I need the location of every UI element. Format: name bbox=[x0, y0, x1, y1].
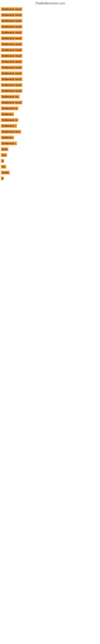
list-item: Bottleneck result bbox=[1, 72, 100, 76]
bottleneck-list: Bottleneck resultBottleneck resultBottle… bbox=[0, 6, 100, 182]
bottleneck-result-label: Bottleneck result bbox=[1, 19, 22, 23]
bottleneck-result-label: Bottleneck r bbox=[1, 124, 17, 128]
bottleneck-result-label: Bottleneck result bbox=[1, 66, 22, 70]
list-item: Bot bbox=[1, 153, 100, 158]
bottleneck-result-label: Bot bbox=[1, 153, 7, 157]
bottleneck-result-label: Bottleneck result bbox=[1, 13, 22, 17]
list-item: Bottleneck res bbox=[1, 95, 100, 100]
bottleneck-result-label: Bottleneck result bbox=[1, 60, 22, 64]
list-item: Bottleneck result bbox=[1, 48, 100, 53]
bottleneck-result-label: Bottleneck res bbox=[1, 95, 20, 98]
bottleneck-result-label: Bottleneck result bbox=[1, 54, 22, 58]
bottleneck-result-label: Bottleneck re bbox=[1, 118, 18, 122]
list-item: Bottleneck result bbox=[1, 25, 100, 30]
list-item: B bbox=[1, 176, 100, 181]
site-header: TheBottlenecker.com bbox=[0, 0, 100, 6]
bottleneck-result-label: Bottleneck result bbox=[1, 7, 22, 11]
list-item: Bottl bbox=[1, 147, 100, 152]
list-item: B bbox=[1, 159, 100, 164]
list-item: Bottleneck result bbox=[1, 89, 100, 94]
list-item: Bottleneck r bbox=[1, 124, 100, 128]
bottleneck-result-label: Bottleneck result bbox=[1, 72, 22, 75]
bottleneck-result-label: Bottleneck result bbox=[1, 30, 22, 34]
bottleneck-result-label: Bottleneck resu bbox=[1, 130, 21, 134]
list-item: Bottleneck r bbox=[1, 142, 100, 146]
list-item: Bottleneck result bbox=[1, 66, 100, 70]
bottleneck-result-label: Bo bbox=[1, 165, 6, 169]
bottleneck-result-label: Bottleneck result bbox=[1, 42, 22, 46]
list-item: Bottleneck result bbox=[1, 60, 100, 64]
bottleneck-result-label: Bottle bbox=[1, 171, 10, 174]
list-item: Bottleneck result bbox=[1, 54, 100, 58]
bottleneck-result-label: Bottl bbox=[1, 147, 8, 151]
bottleneck-result-label: B bbox=[1, 159, 4, 163]
list-item: Bottleneck resu bbox=[1, 130, 100, 134]
bottleneck-result-label: Bottleneck result bbox=[1, 100, 22, 104]
list-item: Bottleneck result bbox=[1, 42, 100, 47]
bottleneck-result-label: Bottleneck result bbox=[1, 77, 22, 81]
list-item: Bottleneck re bbox=[1, 118, 100, 123]
list-item: Bottleneck result bbox=[1, 13, 100, 18]
list-item: Bottle bbox=[1, 171, 100, 175]
list-item: Bottleneck result bbox=[1, 30, 100, 35]
bottleneck-result-label: B bbox=[1, 176, 3, 180]
bottleneck-result-label: Bottleneck re bbox=[1, 106, 18, 110]
list-item: Bottlenec bbox=[1, 112, 100, 117]
list-item: Bottleneck result bbox=[1, 83, 100, 88]
bottleneck-result-label: Bottlenec bbox=[1, 112, 14, 116]
list-item: Bottlenec bbox=[1, 136, 100, 140]
bottleneck-result-label: Bottleneck result bbox=[1, 83, 22, 87]
bottleneck-result-label: Bottleneck result bbox=[1, 36, 22, 40]
bottleneck-result-label: Bottlenec bbox=[1, 136, 14, 140]
list-item: Bottleneck result bbox=[1, 100, 100, 105]
list-item: Bottleneck re bbox=[1, 106, 100, 111]
bottleneck-result-label: Bottleneck result bbox=[1, 48, 22, 52]
list-item: Bottleneck result bbox=[1, 19, 100, 24]
bottleneck-result-label: Bottleneck result bbox=[1, 89, 22, 93]
list-item: Bo bbox=[1, 165, 100, 170]
bottleneck-result-label: Bottleneck r bbox=[1, 142, 17, 145]
list-item: Bottleneck result bbox=[1, 77, 100, 82]
bottleneck-result-label: Bottleneck result bbox=[1, 25, 22, 28]
list-item: Bottleneck result bbox=[1, 36, 100, 41]
list-item: Bottleneck result bbox=[1, 7, 100, 12]
